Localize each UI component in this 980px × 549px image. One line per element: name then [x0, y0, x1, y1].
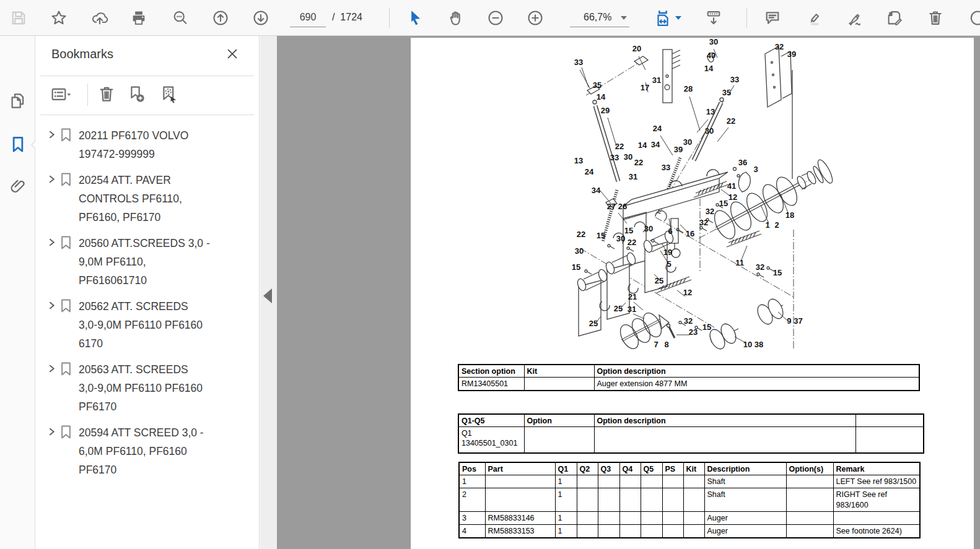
parts-diagram: 3020323940331431331735283514291322243030… — [544, 38, 834, 357]
star-button[interactable] — [49, 8, 69, 28]
bookmark-icon — [60, 423, 79, 442]
bookmark-icon — [60, 171, 79, 189]
table-cell: 4 — [459, 525, 485, 538]
diagram-callout: 15 — [597, 231, 605, 240]
expand-chevron-icon[interactable] — [48, 297, 60, 313]
table-cell — [641, 475, 662, 488]
expand-chevron-icon[interactable] — [48, 234, 60, 249]
diagram-callout: 16 — [686, 229, 694, 238]
diagram-callout: 28 — [684, 84, 693, 93]
search-button[interactable] — [170, 8, 190, 28]
diagram-callout: 22 — [615, 142, 624, 151]
table-cell — [786, 525, 833, 538]
table-cell — [786, 488, 833, 512]
delete-button[interactable] — [925, 8, 945, 28]
table-cell — [833, 511, 920, 524]
diagram-callout: 19 — [663, 248, 672, 257]
table-cell: 3 — [459, 511, 485, 524]
previous-page-button[interactable] — [211, 8, 230, 28]
column-header: Q1 — [555, 462, 577, 475]
page-thumbnails-icon — [9, 92, 27, 110]
save-button[interactable] — [9, 8, 28, 28]
parts-table: PosPartQ1Q2Q3Q4Q5PSKitDescriptionOption(… — [458, 462, 921, 538]
zoom-in-button[interactable] — [525, 8, 545, 28]
section-option-table: Section optionKitOption descriptionRM134… — [458, 364, 920, 391]
bookmark-item[interactable]: 20560 ATT.SCREEDS 3,0 - 9,0M PF6110, PF6… — [35, 230, 259, 293]
search-icon — [172, 9, 189, 27]
bookmark-label[interactable]: 20560 ATT.SCREEDS 3,0 - 9,0M PF6110, PF6… — [79, 234, 210, 290]
go-to-bookmark-button[interactable] — [159, 85, 179, 105]
bookmark-item[interactable]: 20594 ATT SCREED 3,0 - 6,0M PF6110, PF61… — [35, 420, 259, 483]
bookmark-target-icon — [159, 85, 179, 105]
document-view[interactable]: 3020323940331431331735283514291322243030… — [277, 36, 980, 549]
next-page-button[interactable] — [251, 8, 271, 28]
bookmark-item[interactable]: 20563 ATT. SCREEDS 3,0-9,0M PF6110 PF616… — [35, 357, 259, 420]
highlighter-icon — [805, 9, 822, 27]
diagram-callout: 32 — [756, 262, 764, 272]
bookmark-label[interactable]: 20563 ATT. SCREEDS 3,0-9,0M PF6110 PF616… — [79, 360, 203, 416]
history-button[interactable] — [966, 8, 980, 28]
chevron-down-icon — [621, 16, 627, 20]
collapse-panel-button[interactable] — [263, 288, 272, 303]
diagram-callout: 33 — [610, 153, 619, 162]
share-upload-button[interactable] — [90, 8, 110, 28]
diagram-callout: 25 — [655, 276, 663, 285]
close-panel-button[interactable] — [225, 47, 239, 61]
comment-button[interactable] — [763, 8, 782, 28]
bookmark-label[interactable]: 20562 ATT. SCREEDS 3,0-9,0M PF6110 PF616… — [79, 297, 203, 353]
table-cell: Shaft — [704, 488, 786, 512]
diagram-callout: 30 — [683, 137, 692, 147]
chevron-down-icon[interactable] — [675, 16, 681, 20]
diagram-callout: 8 — [664, 340, 668, 349]
diagram-callout: 31 — [629, 172, 637, 181]
add-bookmark-button[interactable] — [127, 85, 147, 105]
expand-chevron-icon[interactable] — [48, 171, 60, 186]
bookmark-item[interactable]: 20211 PF6170 VOLVO 197472-999999 — [35, 123, 259, 167]
expand-chevron-icon[interactable] — [48, 423, 60, 439]
select-tool-button[interactable] — [405, 8, 425, 28]
bookmark-label[interactable]: 20211 PF6170 VOLVO 197472-999999 — [79, 126, 188, 163]
bookmarks-panel-header: Bookmarks — [35, 36, 259, 76]
sidebar-item-page-thumbnails[interactable] — [9, 92, 27, 110]
table-row: 11ShaftLEFT See ref 983/1500 — [459, 475, 920, 488]
zoom-level-dropdown[interactable]: 66,7% — [570, 9, 629, 27]
close-icon — [225, 47, 239, 61]
scroll-mode-button[interactable] — [704, 8, 724, 28]
diagram-callout: 15 — [572, 262, 580, 272]
page-number-input[interactable]: 690 — [290, 9, 326, 27]
table-header-row: PosPartQ1Q2Q3Q4Q5PSKitDescriptionOption(… — [459, 462, 920, 475]
zoom-out-button[interactable] — [486, 8, 505, 28]
pdf-viewer-window: 690 / 1724 66,7% — [0, 0, 980, 549]
sidebar-item-attachments[interactable] — [9, 177, 27, 196]
comment-icon — [764, 9, 781, 27]
bookmark-label[interactable]: 20254 ATT. PAVER CONTROLS PF6110, PF6160… — [79, 171, 182, 227]
table-cell — [662, 511, 683, 524]
diagram-callout: 35 — [722, 88, 731, 97]
sidebar-item-bookmarks[interactable] — [9, 135, 27, 153]
hand-tool-button[interactable] — [445, 8, 465, 28]
cloud-upload-icon — [91, 9, 108, 27]
highlight-button[interactable] — [803, 8, 823, 28]
fit-width-button[interactable] — [653, 8, 673, 28]
diagram-callout: 15 — [624, 226, 633, 235]
bookmark-item[interactable]: 20562 ATT. SCREEDS 3,0-9,0M PF6110 PF616… — [35, 293, 259, 357]
print-button[interactable] — [129, 8, 149, 28]
bookmark-item[interactable]: 20254 ATT. PAVER CONTROLS PF6110, PF6160… — [35, 167, 259, 230]
bookmark-add-icon — [127, 85, 147, 105]
table-cell: 1 — [459, 475, 485, 488]
diagram-callout: 25 — [614, 304, 623, 313]
sign-button[interactable] — [845, 8, 865, 28]
table-cell — [662, 488, 683, 512]
table-cell — [619, 475, 641, 488]
bookmark-label[interactable]: 20594 ATT SCREED 3,0 - 6,0M PF6110, PF61… — [79, 423, 204, 479]
expand-chevron-icon[interactable] — [48, 126, 60, 142]
column-header: Q4 — [619, 462, 641, 475]
edit-document-button[interactable] — [885, 8, 904, 28]
table-cell — [641, 525, 662, 538]
delete-bookmark-button[interactable] — [97, 85, 117, 105]
column-header: Option description — [594, 365, 919, 378]
table-cell — [524, 378, 594, 391]
diagram-callout: 33 — [730, 75, 739, 84]
expand-chevron-icon[interactable] — [48, 360, 60, 376]
bookmark-options-button[interactable] — [50, 85, 70, 105]
